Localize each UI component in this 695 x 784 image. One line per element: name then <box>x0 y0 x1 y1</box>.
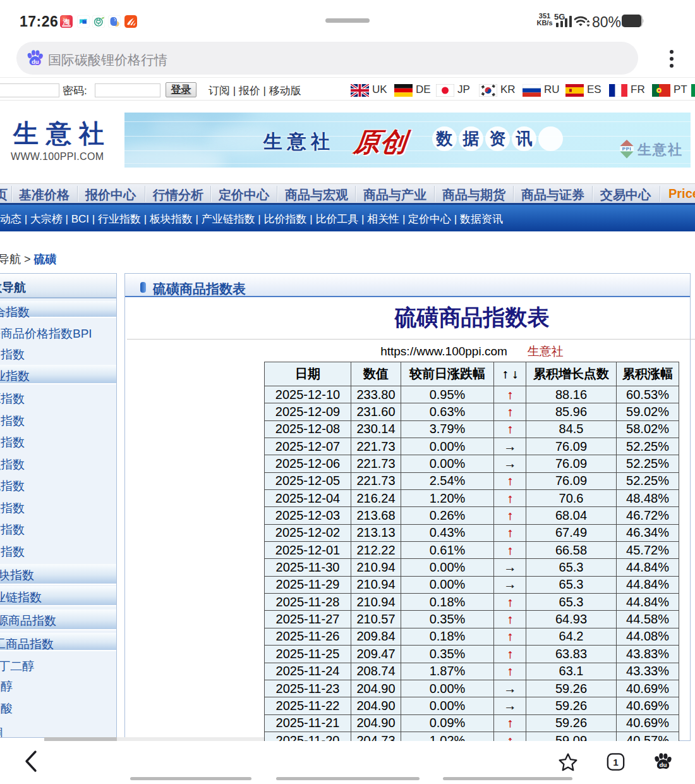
svg-text:淘: 淘 <box>63 18 70 25</box>
svg-text:PPI: PPI <box>622 146 631 152</box>
svg-text:du: du <box>32 58 39 65</box>
svg-text:1: 1 <box>613 757 619 768</box>
svg-text:du: du <box>659 761 667 768</box>
